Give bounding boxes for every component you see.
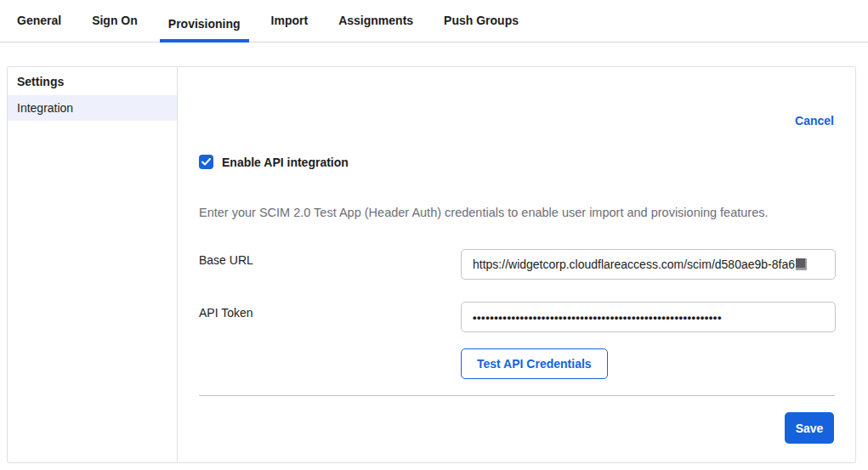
api-token-label: API Token (199, 306, 253, 320)
tab-provisioning[interactable]: Provisioning (160, 17, 249, 42)
sidebar-item-integration[interactable]: Integration (8, 95, 177, 121)
save-button[interactable]: Save (785, 412, 834, 444)
api-token-masked-value: ••••••••••••••••••••••••••••••••••••••••… (473, 311, 722, 324)
base-url-value: https://widgetcorp.cloudflareaccess.com/… (473, 258, 795, 271)
credentials-description: Enter your SCIM 2.0 Test App (Header Aut… (199, 206, 834, 219)
api-token-input[interactable]: ••••••••••••••••••••••••••••••••••••••••… (461, 302, 836, 332)
test-api-credentials-button[interactable]: Test API Credentials (461, 348, 608, 379)
tab-sign-on[interactable]: Sign On (83, 14, 146, 42)
tab-push-groups[interactable]: Push Groups (435, 14, 527, 42)
integration-form: Cancel Enable API integration Enter your… (178, 67, 855, 462)
base-url-input[interactable]: https://widgetcorp.cloudflareaccess.com/… (461, 249, 836, 280)
base-url-label: Base URL (199, 253, 253, 267)
enable-api-integration-row: Enable API integration (199, 155, 349, 169)
tab-import[interactable]: Import (263, 14, 317, 42)
check-icon (201, 158, 211, 166)
footer-divider (199, 395, 835, 396)
app-tab-bar: General Sign On Provisioning Import Assi… (0, 0, 868, 42)
enable-api-integration-checkbox[interactable] (199, 155, 213, 169)
enable-api-integration-label[interactable]: Enable API integration (222, 156, 349, 169)
sidebar-header-settings: Settings (8, 67, 177, 95)
settings-sidebar: Settings Integration (8, 67, 178, 462)
provisioning-panel: Settings Integration Cancel Enable API i… (7, 66, 856, 463)
clipped-text-indicator (796, 258, 807, 270)
tab-assignments[interactable]: Assignments (330, 14, 422, 42)
cancel-link[interactable]: Cancel (795, 114, 834, 127)
tab-general[interactable]: General (9, 14, 70, 42)
